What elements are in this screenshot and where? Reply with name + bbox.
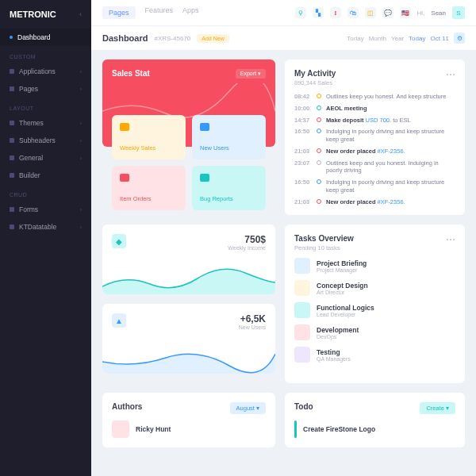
task-icon — [294, 258, 310, 274]
topnav-apps[interactable]: Apps — [182, 6, 199, 19]
chevron-right-icon: › — [80, 86, 82, 92]
brand: METRONIC ‹ — [0, 10, 91, 29]
timeline-dot-icon — [317, 94, 321, 98]
flag-icon[interactable]: 🇺🇸 — [400, 7, 411, 18]
widget-value: +6,5K — [239, 313, 266, 324]
sidebar-item-themes[interactable]: Themes› — [0, 114, 91, 132]
activity-time: 21:03 — [294, 148, 312, 155]
search-icon[interactable]: ⚲ — [295, 7, 306, 18]
activity-text: Indulging in poorly driving and keep str… — [326, 128, 455, 144]
author-name: Ricky Hunt — [136, 425, 171, 433]
sidebar-item-forms[interactable]: Forms› — [0, 201, 91, 218]
sidebar-section: CRUD — [0, 184, 91, 201]
sidebar-item-label: Forms — [19, 205, 38, 213]
chat-icon[interactable]: 💬 — [382, 7, 393, 18]
menu-icon[interactable]: ⋯ — [446, 69, 455, 80]
tab-today[interactable]: Today — [347, 35, 363, 42]
sidebar-item-ktdatatable[interactable]: KTDatatable› — [0, 218, 91, 236]
authors-title: Authors — [112, 402, 142, 411]
activity-row: 16:50Indulging in poorly driving and kee… — [294, 178, 455, 194]
main: Pages Features Apps ⚲ ▚ ⫿ 🛍 ◫ 💬 🇺🇸 Hi, S… — [91, 0, 476, 476]
filter-icon[interactable]: ⚙ — [454, 33, 465, 44]
dot-icon — [10, 36, 13, 39]
chevron-right-icon: › — [80, 155, 82, 161]
tasks-card: Tasks Overview Pending 10 tasks ⋯ Projec… — [285, 225, 465, 383]
activity-time: 23:07 — [294, 159, 312, 167]
create-button[interactable]: Create ▾ — [420, 402, 455, 414]
task-row[interactable]: Functional LogicsLead Developer — [294, 302, 455, 318]
bug-icon — [200, 174, 209, 182]
sidebar-toggle-icon[interactable]: ‹ — [79, 10, 82, 18]
todo-card: Todo Create ▾ Create FireStone Logo — [285, 393, 465, 447]
quick-icon[interactable]: ◫ — [365, 7, 376, 18]
activity-card: My Activity 890,344 Sales ⋯ 08:42Outline… — [285, 60, 465, 215]
author-avatar — [112, 420, 129, 438]
sidebar-item-applications[interactable]: Applications› — [0, 63, 91, 80]
sidebar-item-dashboard[interactable]: Dashboard — [0, 29, 91, 46]
tile-bug-reports[interactable]: Bug Reports — [192, 166, 266, 210]
widget-label: Weekly Income — [228, 245, 266, 251]
tile-label: New Users — [200, 144, 258, 152]
activity-text: Outlines keep and you honest. Indulging … — [326, 159, 455, 175]
activity-text: New order placed #XF-2356. — [326, 148, 455, 155]
topnav: Pages Features Apps — [102, 6, 199, 19]
activity-time: 10:00 — [294, 105, 312, 112]
activity-row: 16:50Indulging in poorly driving and kee… — [294, 128, 455, 144]
widget-value: 750$ — [228, 234, 266, 245]
chart-icon — [120, 123, 129, 131]
sidebar-item-pages[interactable]: Pages› — [0, 80, 91, 98]
widget-label: New Users — [239, 324, 266, 330]
timeline-dot-icon — [317, 199, 321, 204]
sidebar-item-builder[interactable]: Builder — [0, 167, 91, 184]
activity-time: 21:03 — [294, 198, 312, 205]
sidebar-item-subheaders[interactable]: Subheaders› — [0, 132, 91, 149]
activity-time: 16:50 — [294, 178, 312, 186]
task-row[interactable]: Project BriefingProject Manager — [294, 258, 455, 274]
task-icon — [294, 324, 310, 340]
task-row[interactable]: TestingQA Managers — [294, 347, 455, 363]
task-row[interactable]: Concept DesignArt Director — [294, 280, 455, 296]
timeline-dot-icon — [317, 106, 321, 110]
authors-card: Authors August ▾ Ricky Hunt — [102, 393, 275, 447]
menu-icon[interactable]: ⋯ — [446, 234, 455, 245]
export-button[interactable]: Export ▾ — [236, 69, 266, 79]
task-row[interactable]: DevelopmentDevOps — [294, 324, 455, 340]
cart-icon[interactable]: 🛍 — [347, 7, 359, 18]
tile-label: Bug Reports — [200, 195, 258, 202]
topbar-right: ⚲ ▚ ⫿ 🛍 ◫ 💬 🇺🇸 Hi, Sean S — [295, 6, 465, 19]
tile-item-orders[interactable]: Item Orders — [112, 166, 186, 210]
activity-row: 21:03New order placed #XF-2356. — [294, 148, 455, 155]
user-icon — [200, 123, 209, 131]
tile-new-users[interactable]: New Users — [192, 115, 266, 159]
tab-year[interactable]: Year — [391, 35, 404, 42]
theme-icon — [10, 121, 14, 125]
tab-today-active[interactable]: Today — [409, 35, 425, 42]
timeline-dot-icon — [317, 129, 321, 133]
task-name: Testing — [317, 348, 351, 356]
tab-month[interactable]: Month — [369, 35, 386, 42]
activity-row: 21:03New order placed #XF-2356. — [294, 198, 455, 206]
sidebar-item-general[interactable]: General› — [0, 149, 91, 167]
authors-filter-button[interactable]: August ▾ — [230, 402, 266, 414]
sidebar-item-label: Builder — [19, 171, 40, 179]
builder-icon — [10, 173, 14, 178]
add-new-button[interactable]: Add New — [197, 34, 228, 43]
date-label[interactable]: Oct 11 — [430, 35, 449, 42]
topnav-pages[interactable]: Pages — [102, 6, 136, 19]
avatar[interactable]: S — [452, 6, 465, 19]
sidebar-section: Layout — [0, 98, 91, 114]
activity-text: New order placed #XF-2356. — [326, 198, 455, 206]
task-sub: QA Managers — [317, 356, 351, 362]
compile-icon[interactable]: ▚ — [313, 7, 324, 18]
sidebar-item-label: Themes — [19, 119, 44, 127]
chart-icon[interactable]: ⫿ — [330, 7, 341, 18]
sidebar-item-label: KTDatatable — [19, 223, 56, 231]
pages-icon — [10, 86, 14, 91]
sidebar-item-label: Dashboard — [17, 33, 51, 41]
tile-weekly-sales[interactable]: Weekly Sales — [112, 115, 186, 159]
activity-text: AEOL meeting — [326, 105, 455, 113]
task-name: Development — [317, 326, 359, 334]
chevron-right-icon: › — [80, 69, 82, 75]
subheader-icon — [10, 138, 14, 143]
topnav-features[interactable]: Features — [145, 6, 174, 19]
